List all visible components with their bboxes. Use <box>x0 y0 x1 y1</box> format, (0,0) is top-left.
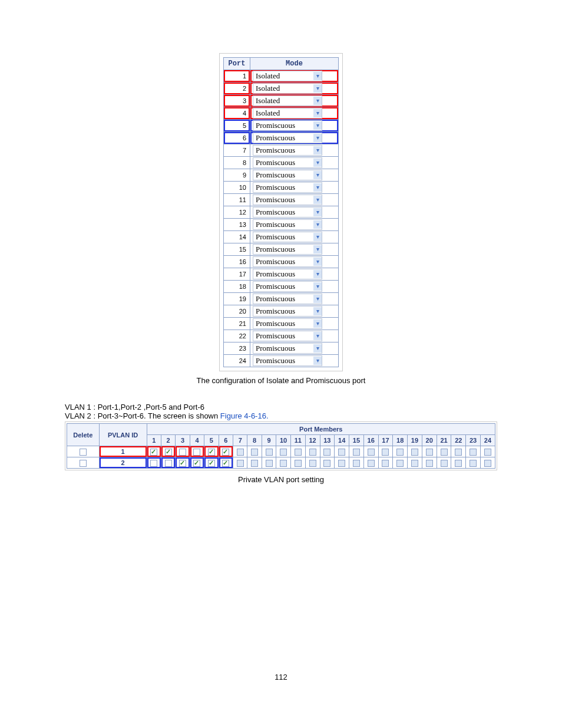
mode-select[interactable]: Promiscuous▾ <box>253 195 322 205</box>
port-number: 20 <box>224 305 250 318</box>
member-checkbox[interactable] <box>179 449 186 456</box>
port-mode-row: 14Promiscuous▾ <box>224 231 339 243</box>
port-number: 13 <box>224 219 250 231</box>
mode-select[interactable]: Promiscuous▾ <box>253 207 322 218</box>
mode-select[interactable]: Promiscuous▾ <box>253 306 322 317</box>
mode-select[interactable]: Promiscuous▾ <box>253 232 322 242</box>
member-checkbox[interactable] <box>470 460 477 467</box>
member-checkbox[interactable] <box>368 449 375 456</box>
member-checkbox[interactable] <box>441 449 448 456</box>
mode-select[interactable]: Isolated▾ <box>253 108 322 118</box>
member-checkbox[interactable] <box>222 460 229 467</box>
port-header: Port <box>224 58 250 70</box>
member-checkbox[interactable] <box>338 449 345 456</box>
chevron-down-icon: ▾ <box>313 245 322 253</box>
mode-select[interactable]: Isolated▾ <box>253 95 322 106</box>
member-checkbox[interactable] <box>165 449 172 456</box>
member-checkbox[interactable] <box>251 460 258 467</box>
port-col-header: 6 <box>219 435 233 446</box>
member-checkbox[interactable] <box>411 460 418 467</box>
member-checkbox[interactable] <box>208 460 215 467</box>
port-mode-row: 22Promiscuous▾ <box>224 330 339 342</box>
mode-cell: Promiscuous▾ <box>250 256 339 268</box>
mode-select[interactable]: Promiscuous▾ <box>253 170 322 180</box>
port-mode-row: 3Isolated▾ <box>224 95 339 107</box>
mode-select[interactable]: Promiscuous▾ <box>253 355 322 366</box>
port-mode-row: 21Promiscuous▾ <box>224 318 339 330</box>
mode-select[interactable]: Promiscuous▾ <box>253 256 322 267</box>
member-cell <box>363 446 378 457</box>
member-checkbox[interactable] <box>323 460 330 467</box>
member-checkbox[interactable] <box>150 460 157 467</box>
port-mode-row: 1Isolated▾ <box>224 70 339 83</box>
mode-select[interactable]: Promiscuous▾ <box>253 318 322 329</box>
member-checkbox[interactable] <box>251 449 258 456</box>
member-checkbox[interactable] <box>426 460 433 467</box>
member-checkbox[interactable] <box>353 460 360 467</box>
port-col-header: 14 <box>335 435 349 446</box>
member-checkbox[interactable] <box>179 460 186 467</box>
member-checkbox[interactable] <box>237 460 244 467</box>
member-checkbox[interactable] <box>455 460 462 467</box>
member-checkbox[interactable] <box>470 449 477 456</box>
mode-cell: Promiscuous▾ <box>250 194 339 206</box>
member-checkbox[interactable] <box>323 449 330 456</box>
member-cell <box>147 457 161 469</box>
member-checkbox[interactable] <box>455 449 462 456</box>
port-mode-row: 4Isolated▾ <box>224 107 339 120</box>
delete-checkbox[interactable] <box>80 449 87 456</box>
member-cell <box>393 457 408 469</box>
pvlan-id-cell: 1 <box>99 446 147 457</box>
mode-select-value: Promiscuous <box>256 269 295 279</box>
member-cell <box>349 457 364 469</box>
member-checkbox[interactable] <box>382 449 389 456</box>
member-checkbox[interactable] <box>266 449 273 456</box>
member-checkbox[interactable] <box>280 449 287 456</box>
member-checkbox[interactable] <box>441 460 448 467</box>
mode-select[interactable]: Promiscuous▾ <box>253 331 322 341</box>
mode-select[interactable]: Promiscuous▾ <box>253 219 322 230</box>
member-checkbox[interactable] <box>208 449 215 456</box>
mode-select[interactable]: Isolated▾ <box>253 83 322 94</box>
mode-select-value: Promiscuous <box>256 158 295 167</box>
port-mode-row: 18Promiscuous▾ <box>224 281 339 293</box>
member-checkbox[interactable] <box>396 460 404 467</box>
mode-select[interactable]: Promiscuous▾ <box>253 281 322 292</box>
port-col-header: 16 <box>363 435 378 446</box>
mode-select[interactable]: Promiscuous▾ <box>253 133 322 143</box>
member-checkbox[interactable] <box>266 460 273 467</box>
mode-select[interactable]: Isolated▾ <box>253 71 322 81</box>
mode-select[interactable]: Promiscuous▾ <box>253 157 322 168</box>
member-checkbox[interactable] <box>295 460 302 467</box>
mode-select[interactable]: Promiscuous▾ <box>253 145 322 156</box>
member-checkbox[interactable] <box>309 460 316 467</box>
port-col-header: 8 <box>247 435 262 446</box>
mode-select[interactable]: Promiscuous▾ <box>253 120 322 131</box>
member-checkbox[interactable] <box>338 460 345 467</box>
member-checkbox[interactable] <box>484 449 491 456</box>
mode-select[interactable]: Promiscuous▾ <box>253 294 322 304</box>
member-checkbox[interactable] <box>295 449 302 456</box>
member-checkbox[interactable] <box>150 449 157 456</box>
member-checkbox[interactable] <box>353 449 360 456</box>
mode-select[interactable]: Promiscuous▾ <box>253 269 322 279</box>
member-checkbox[interactable] <box>411 449 418 456</box>
mode-select[interactable]: Promiscuous▾ <box>253 182 322 193</box>
member-checkbox[interactable] <box>222 449 229 456</box>
member-checkbox[interactable] <box>165 460 172 467</box>
member-checkbox[interactable] <box>484 460 491 467</box>
member-checkbox[interactable] <box>237 449 244 456</box>
member-checkbox[interactable] <box>382 460 389 467</box>
port-number: 5 <box>224 120 250 132</box>
member-checkbox[interactable] <box>396 449 404 456</box>
mode-select-value: Promiscuous <box>256 257 295 266</box>
mode-select[interactable]: Promiscuous▾ <box>253 343 322 354</box>
mode-select[interactable]: Promiscuous▾ <box>253 244 322 255</box>
member-checkbox[interactable] <box>309 449 316 456</box>
member-checkbox[interactable] <box>193 460 200 467</box>
member-checkbox[interactable] <box>368 460 375 467</box>
member-checkbox[interactable] <box>280 460 287 467</box>
member-checkbox[interactable] <box>193 449 200 456</box>
delete-checkbox[interactable] <box>80 460 87 467</box>
member-checkbox[interactable] <box>426 449 433 456</box>
